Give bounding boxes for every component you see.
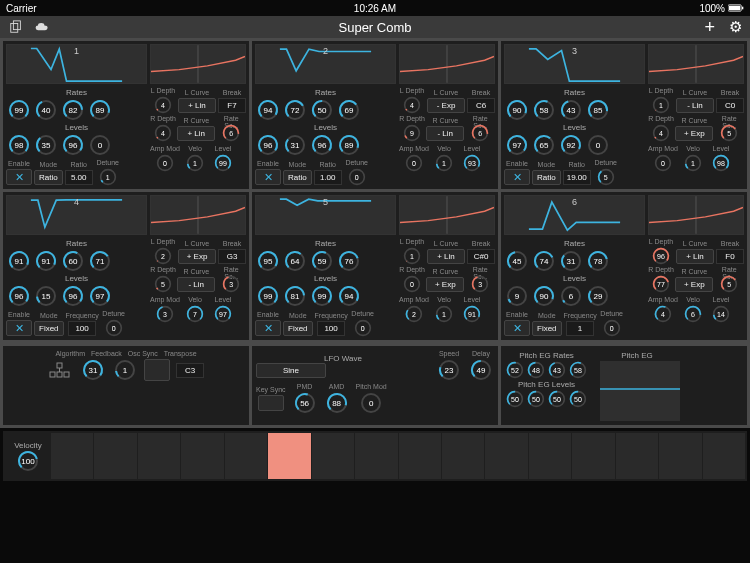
op2-velo-knob[interactable]: 1 bbox=[434, 154, 454, 172]
op3-rate1-knob[interactable]: 90 bbox=[504, 99, 530, 121]
op6-ldepth-knob[interactable]: 96 bbox=[651, 247, 671, 265]
op4-env-graph[interactable]: 4 bbox=[6, 195, 147, 235]
op3-rate2-knob[interactable]: 58 bbox=[531, 99, 557, 121]
op4-ldepth-knob[interactable]: 2 bbox=[153, 247, 173, 265]
op6-level3-knob[interactable]: 6 bbox=[558, 285, 584, 307]
op1-rdepth-knob[interactable]: 4 bbox=[153, 124, 173, 142]
op2-mode-select[interactable]: Ratio bbox=[283, 170, 312, 185]
velocity-cell-13[interactable] bbox=[616, 433, 658, 479]
op3-break-field[interactable]: C0 bbox=[716, 98, 744, 113]
op4-level1-knob[interactable]: 96 bbox=[6, 285, 32, 307]
op3-env-graph[interactable]: 3 bbox=[504, 44, 645, 84]
velocity-cell-7[interactable] bbox=[355, 433, 397, 479]
op1-rate2-knob[interactable]: 40 bbox=[33, 99, 59, 121]
op6-break-field[interactable]: F0 bbox=[716, 249, 744, 264]
op6-level4-knob[interactable]: 29 bbox=[585, 285, 611, 307]
velocity-knob[interactable]: 100 bbox=[15, 450, 41, 472]
op1-rate4-knob[interactable]: 89 bbox=[87, 99, 113, 121]
op2-level3-knob[interactable]: 96 bbox=[309, 134, 335, 156]
copy-icon[interactable] bbox=[8, 20, 24, 34]
feedback-knob[interactable]: 1 bbox=[112, 359, 138, 381]
op1-level4-knob[interactable]: 0 bbox=[87, 134, 113, 156]
op6-rate2-knob[interactable]: 74 bbox=[531, 250, 557, 272]
op4-level3-knob[interactable]: 96 bbox=[60, 285, 86, 307]
op2-ldepth-knob[interactable]: 4 bbox=[402, 96, 422, 114]
op5-ampmod-knob[interactable]: 2 bbox=[404, 305, 424, 323]
op2-level2-knob[interactable]: 31 bbox=[282, 134, 308, 156]
op1-mode-select[interactable]: Ratio bbox=[34, 170, 63, 185]
op5-env-graph[interactable]: 5 bbox=[255, 195, 396, 235]
op4-ratio-field[interactable]: 100 bbox=[68, 321, 96, 336]
op1-level3-knob[interactable]: 96 bbox=[60, 134, 86, 156]
op1-ratesc-knob[interactable]: 6 bbox=[221, 124, 241, 142]
op2-lcurve-select[interactable]: - Exp bbox=[427, 98, 465, 113]
op4-rate1-knob[interactable]: 91 bbox=[6, 250, 32, 272]
velocity-cell-6[interactable] bbox=[312, 433, 354, 479]
op1-level2-knob[interactable]: 35 bbox=[33, 134, 59, 156]
op5-level2-knob[interactable]: 81 bbox=[282, 285, 308, 307]
op3-ldepth-knob[interactable]: 1 bbox=[651, 96, 671, 114]
op2-level1-knob[interactable]: 96 bbox=[255, 134, 281, 156]
velocity-cell-1[interactable] bbox=[94, 433, 136, 479]
op5-ratesc-knob[interactable]: 3 bbox=[470, 275, 490, 293]
op5-level1-knob[interactable]: 99 bbox=[255, 285, 281, 307]
op5-rate1-knob[interactable]: 95 bbox=[255, 250, 281, 272]
velocity-cell-15[interactable] bbox=[703, 433, 745, 479]
velocity-cell-12[interactable] bbox=[572, 433, 614, 479]
op1-curve-graph[interactable] bbox=[150, 44, 246, 84]
lfo-speed-knob[interactable]: 23 bbox=[436, 359, 462, 381]
settings-icon[interactable]: ⚙ bbox=[729, 18, 742, 36]
op5-enable-toggle[interactable] bbox=[255, 320, 281, 336]
op3-ratio-field[interactable]: 19.00 bbox=[563, 170, 591, 185]
op4-ampmod-knob[interactable]: 3 bbox=[155, 305, 175, 323]
op5-ldepth-knob[interactable]: 1 bbox=[402, 247, 422, 265]
op2-level4-knob[interactable]: 89 bbox=[336, 134, 362, 156]
op3-velo-knob[interactable]: 1 bbox=[683, 154, 703, 172]
op2-enable-toggle[interactable] bbox=[255, 169, 281, 185]
op3-level4-knob[interactable]: 0 bbox=[585, 134, 611, 156]
op6-rate3-knob[interactable]: 31 bbox=[558, 250, 584, 272]
op5-ratio-field[interactable]: 100 bbox=[317, 321, 345, 336]
op1-env-graph[interactable]: 1 bbox=[6, 44, 147, 84]
amd-knob[interactable]: 88 bbox=[324, 392, 350, 414]
op6-ratesc-knob[interactable]: 5 bbox=[719, 275, 739, 293]
op3-enable-toggle[interactable] bbox=[504, 169, 530, 185]
op2-rate1-knob[interactable]: 94 bbox=[255, 99, 281, 121]
op2-rate2-knob[interactable]: 72 bbox=[282, 99, 308, 121]
velocity-cell-11[interactable] bbox=[529, 433, 571, 479]
op1-ratio-field[interactable]: 5.00 bbox=[65, 170, 93, 185]
op4-outlevel-knob[interactable]: 97 bbox=[213, 305, 233, 323]
op3-rcurve-select[interactable]: + Exp bbox=[675, 126, 713, 141]
op5-rate3-knob[interactable]: 59 bbox=[309, 250, 335, 272]
op4-detune-knob[interactable]: 0 bbox=[104, 319, 124, 337]
op1-enable-toggle[interactable] bbox=[6, 169, 32, 185]
pitcheg-level3-knob[interactable]: 50 bbox=[547, 390, 567, 408]
velocity-cell-0[interactable] bbox=[51, 433, 93, 479]
op1-rcurve-select[interactable]: + Lin bbox=[177, 126, 215, 141]
op1-velo-knob[interactable]: 1 bbox=[185, 154, 205, 172]
op4-enable-toggle[interactable] bbox=[6, 320, 32, 336]
op3-level3-knob[interactable]: 92 bbox=[558, 134, 584, 156]
op2-detune-knob[interactable]: 0 bbox=[347, 168, 367, 186]
op5-lcurve-select[interactable]: + Lin bbox=[427, 249, 465, 264]
lfo-delay-knob[interactable]: 49 bbox=[468, 359, 494, 381]
pitcheg-level1-knob[interactable]: 50 bbox=[505, 390, 525, 408]
op3-detune-knob[interactable]: 5 bbox=[596, 168, 616, 186]
velocity-cell-5[interactable] bbox=[268, 433, 310, 479]
op3-rate3-knob[interactable]: 43 bbox=[558, 99, 584, 121]
op6-rate4-knob[interactable]: 78 bbox=[585, 250, 611, 272]
op3-rdepth-knob[interactable]: 4 bbox=[651, 124, 671, 142]
op4-ratesc-knob[interactable]: 3 bbox=[221, 275, 241, 293]
op5-rate2-knob[interactable]: 64 bbox=[282, 250, 308, 272]
op4-mode-select[interactable]: Fixed bbox=[34, 321, 64, 336]
op1-lcurve-select[interactable]: + Lin bbox=[178, 98, 216, 113]
op6-level2-knob[interactable]: 90 bbox=[531, 285, 557, 307]
op4-rdepth-knob[interactable]: 5 bbox=[153, 275, 173, 293]
op3-lcurve-select[interactable]: - Lin bbox=[676, 98, 714, 113]
op6-env-graph[interactable]: 6 bbox=[504, 195, 645, 235]
op2-break-field[interactable]: C6 bbox=[467, 98, 495, 113]
op1-rate1-knob[interactable]: 99 bbox=[6, 99, 32, 121]
op5-break-field[interactable]: C#0 bbox=[467, 249, 495, 264]
op1-break-field[interactable]: F7 bbox=[218, 98, 246, 113]
velocity-cell-10[interactable] bbox=[485, 433, 527, 479]
